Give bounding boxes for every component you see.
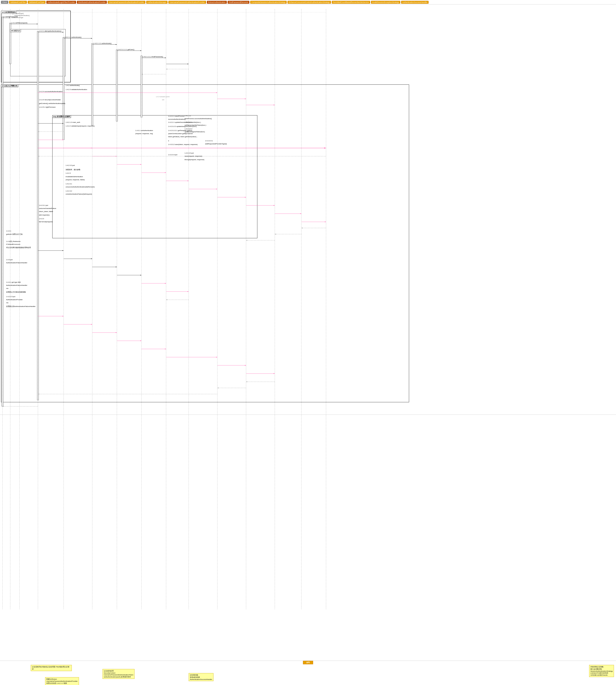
topbar-auth-success-handler[interactable]: AuthenticationSuccessHandler <box>401 1 429 4</box>
topbar-composite-session[interactable]: CompositeSessionAuthenticationStrategy <box>250 1 287 4</box>
msg-default-error: if DefaultErrorscore <box>6 243 20 245</box>
msg-save-central: (saveCentral,token.getByChannel <box>168 133 193 134</box>
msg-empty: res <box>6 302 8 304</box>
activation-username-password <box>91 43 93 126</box>
msg-validated-cost-type: ValidatedCostType <box>11 17 23 18</box>
msg-save-success: 1.4.2.2.1 <box>184 115 191 117</box>
msg-through-req: through(request, response) <box>184 159 204 160</box>
msg-return-token: return_token, failed <box>39 211 53 213</box>
topbar-distributed-auth[interactable]: DistributedAuthenticationProvider <box>77 1 107 4</box>
activation-auth-manager <box>116 50 118 121</box>
msg-add-request-b: add request(s) <box>39 214 50 216</box>
msg-sess-port: 1.4.3 session.point <box>156 96 170 97</box>
msg-unsuccessful: unsuccessfulAuthentication(fail/forward) <box>66 186 94 188</box>
msg-1-4-1: 1.4.1 doFilter(request) <box>11 22 27 24</box>
msg-add-request: 1.4.2.3.4 put <box>168 154 177 156</box>
msg-1-4-2-3: 1.4.2.3 <box>39 218 44 220</box>
topbar-find-password[interactable]: FindPasswordElements <box>228 1 249 4</box>
msg-success-auth: 1.4.2.4 successfulAuthentication <box>39 91 63 92</box>
msg-add-auth: 加载请求，输出参数 <box>66 169 80 171</box>
msg-auth-provider-header: AuthenticationFailureHandler <box>6 284 27 286</box>
legend-note-6-detail: 认证token中注册并发控制类 <box>590 672 613 674</box>
msg-send-get-value: token.getValue), token.getValue(value)..… <box>168 136 198 137</box>
msg-save-req: 1.4.3.3.2 save(token, request, response) <box>168 143 198 146</box>
topbar-username-password-auth2[interactable]: UsernamePasswordAuthenticationProvider <box>168 1 206 4</box>
topbar-enhance-concurrent[interactable]: EnhanceConcurrentControlAuthenticationSt… <box>287 1 331 4</box>
msg-failure-call: onAuthenticationFailure(fail/request) <box>66 193 92 195</box>
legend-note-2-detail: 设置认证信息 1.4.2.1.1 链接 <box>46 682 78 684</box>
msg-security-context: 1.4.2.5 SecurityContextHolder <box>39 99 61 101</box>
legend-note-4: 记住我功能 登录成功回调 AuthenticationSuccessHandle… <box>189 673 214 681</box>
topbar-username-password-auth[interactable]: UsernamePasswordAuthenticationProvider <box>108 1 146 4</box>
msg-set-remember: setRememberMeToken(func.) <box>184 124 206 126</box>
msg-1-4-2-3-1: 1.4.2.3.1 <box>66 183 72 185</box>
diagram-area: sd 认证流程初始化 alt 认证入口 sd 认证入口判断分支 loop 多次重… <box>0 4 616 661</box>
topbar-invalid-session[interactable]: InvalidSessionExceptionStrategy <box>371 1 400 4</box>
legend-note-6-title: 并发控制认证策略 <box>590 666 613 668</box>
top-bar: Client ValidatedCostFilter ValidatedCost… <box>0 0 616 4</box>
legend-note-1: 认证流程开始 初始化认证处理器 Filter链处理认证请求 <box>31 665 72 671</box>
legend-note-6: 并发控制认证策略 最大会话数控制 SessionAuthenticationSt… <box>589 665 614 677</box>
msg-get-user: 1.4.2.1.1.1.1 getUser() <box>118 49 134 50</box>
msg-1-4-2-1-2: 1.4.2 authenticate() <box>66 85 80 86</box>
msg-successful-auth: 1.4.2.2.1 saveProcess <box>168 115 184 117</box>
legend-note-3-detail: setAuthentication(auth) 处理成功登录 <box>104 676 133 678</box>
activation-auth-login-filter <box>37 31 39 400</box>
combined-fragment-label: sd 认证入口判断分支 <box>1 85 18 87</box>
legend-note-3-title: 认证成功处理 <box>104 670 133 672</box>
msg-require-auth: requiresAuthentication() <box>14 15 29 16</box>
msg-light-fire: 1.4.2.5.1 lightFire/save <box>39 106 56 108</box>
msg-1-4-2-3-right: 1.4.2.3.4.1 <box>205 140 213 142</box>
bottom-notes: 认证流程开始 初始化认证处理器 Filter链处理认证请求 构建认证token … <box>0 661 616 685</box>
msg-final-2-2-5: 1.4.2.2.5 put <box>6 296 15 297</box>
topbar-auth-manager[interactable]: AuthenticationManager <box>146 1 168 4</box>
msg-1-4-2-3-3: 1.4.2.3.3.2 <box>184 128 192 130</box>
frame-label-alt: alt 认证入口 <box>10 29 21 32</box>
msg-1-4-2-1: 1.4.2.1.3 main_auth <box>66 121 80 123</box>
legend-note-3: 认证成功处理 SecurityContext UsernamePasswordA… <box>103 669 134 679</box>
msg-1-4-4-end: 1.4.4.1 get type 888 <box>6 281 21 283</box>
legend-note-6-sub: SessionAuthenticationStrategy <box>590 670 613 672</box>
msg-auth-filter: AuthenticationFailureHandler <box>6 262 27 264</box>
topbar-client[interactable]: Client <box>1 1 8 4</box>
legend-note-3-text: SecurityContext <box>104 672 133 674</box>
msg-outcome-grant: outcomeGrantedFailure <box>39 207 56 209</box>
msg-put-data: e <box>168 140 169 142</box>
activation-distributed-auth <box>63 37 64 140</box>
msg-request-token: (request, response, failed) <box>66 179 85 181</box>
legend-note-2: 构建认证token UsernamePasswordAuthentication… <box>45 677 79 685</box>
msg-1-4-3-b: 1.4.3 put <box>6 259 13 261</box>
msg-invalid-auth: invalidateAuthentication <box>66 176 83 178</box>
legend-note-3-sub: UsernamePasswordAuthenticationToken <box>104 674 133 676</box>
msg-save-secure: getContext().setAuthentication(auth) <box>39 103 65 104</box>
msg-1-4-2-2: 1.4.2.2.2 1 <box>184 121 192 123</box>
topbar-authenticated-login-filter[interactable]: AuthenticatedLoginFilter/Provider <box>46 1 76 4</box>
msg-set: set <box>162 99 164 101</box>
msg-put-valid: 1.4.2.3 <box>66 172 70 174</box>
api-button[interactable]: API <box>303 661 313 664</box>
legend-note-6-extra: 允许的最大会话数为handle <box>590 674 613 676</box>
msg-save-process: successAuthentication() <box>168 118 185 120</box>
topbar-permitted-count[interactable]: PermittedCountBasedRememberMeService <box>332 1 370 4</box>
msg-1-4-3: 1.4.3(实) Redirector <box>6 240 21 243</box>
legend-note-6-text: 最大会话数控制 <box>590 668 613 670</box>
msg-set-auth-header: 设置默认方向验证链接策略 <box>6 291 26 293</box>
legend-note-4-text: 登录成功回调 <box>190 676 212 679</box>
frame-label-sd: sd 认证流程初始化 <box>1 11 17 14</box>
msg-bottom-save: 1.4.3.3.3 put <box>184 152 194 154</box>
msg-validate-input: 1.4.2.2 validateInput(request, response) <box>66 125 94 127</box>
msg-fail-format: fail format(request) <box>39 221 53 223</box>
msg-auth-set: getAuth 放置认证 已知 <box>6 233 23 235</box>
msg-1-4-2-3-3: 1.4.2.3.3 put <box>66 164 75 166</box>
topbar-extract-auth[interactable]: ExtractAuthentication <box>207 1 227 4</box>
msg-attempt-auth: 1.4.2.1 attemptAuthentication() <box>39 30 61 32</box>
topbar-validated-cost-type[interactable]: ValidatedCostType <box>28 1 46 4</box>
msg-1-4-3-1: 1.4.3.1 onAuthentication <box>135 130 153 131</box>
msg-auth-strategy: 对认证结果失败的链接处理和处理 <box>6 246 31 249</box>
topbar-validated-cost-filter[interactable]: ValidatedCostFilter <box>9 1 27 4</box>
legend-note-4-detail: AuthenticationSuccessHandler <box>190 679 212 680</box>
msg-save-req-res: save(request, response) <box>184 155 202 157</box>
msg-auth-provider-x: AuthenticationProvider <box>6 299 23 301</box>
msg-1-4-2-1-3: 1.4.2.3 validateAuthentication <box>66 89 87 90</box>
msg-set-auth-failure: 设置默认的AuthenticationFailureHandler <box>6 305 36 308</box>
